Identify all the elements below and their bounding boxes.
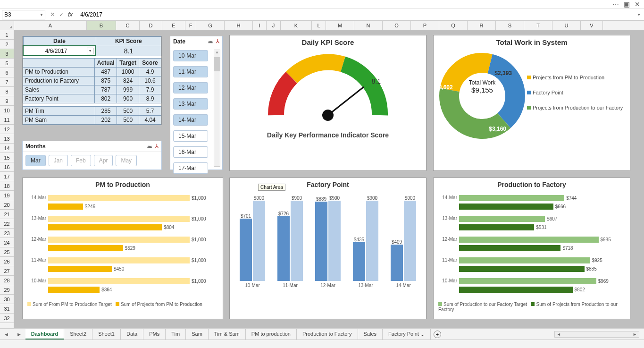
column-header[interactable]: L <box>312 21 326 30</box>
slicer-item[interactable]: Feb <box>71 155 91 166</box>
slicer-item[interactable]: Jan <box>49 155 68 166</box>
column-header[interactable]: V <box>581 21 603 30</box>
sheet-tab[interactable]: Sam <box>186 329 209 340</box>
minimize-icon[interactable]: ⋯ <box>612 0 619 8</box>
row-header[interactable]: 11 <box>0 115 14 125</box>
kpi-score-value: 8.1 <box>96 46 161 56</box>
formula-bar[interactable] <box>80 10 634 19</box>
sheet-tab[interactable]: Factory Point ... <box>383 329 431 340</box>
row-header[interactable]: 25 <box>0 247 14 257</box>
column-header[interactable]: M <box>326 21 354 30</box>
row-header[interactable]: 26 <box>0 257 14 266</box>
column-header[interactable]: B <box>87 21 116 30</box>
sheet-tab[interactable]: Sheet1 <box>92 329 121 340</box>
column-header[interactable]: N <box>354 21 383 30</box>
row-header[interactable]: 17 <box>0 172 14 181</box>
slicer-item[interactable]: 12-Mar <box>173 82 208 93</box>
column-header[interactable]: S <box>496 21 524 30</box>
tab-nav-prev-icon[interactable]: ◄ <box>0 331 13 337</box>
slicer-item[interactable]: 17-Mar <box>173 162 208 174</box>
cancel-icon[interactable]: ✕ <box>50 11 55 18</box>
column-header[interactable]: I <box>253 21 267 30</box>
row-header[interactable]: 1 <box>0 30 14 40</box>
slicer-item[interactable]: 15-Mar <box>173 130 208 142</box>
multiselect-icon[interactable]: ⅏ <box>147 143 152 150</box>
row-header[interactable]: 27 <box>0 266 14 276</box>
column-header[interactable]: P <box>411 21 439 30</box>
row-header[interactable]: 5 <box>0 59 14 68</box>
sheet-tab[interactable]: Sheet2 <box>64 329 92 340</box>
column-header[interactable]: K <box>281 21 312 30</box>
slicer-scrollbar[interactable]: ▲ <box>214 50 220 167</box>
name-box[interactable]: B3▼ <box>2 10 45 19</box>
column-header[interactable]: H <box>225 21 253 30</box>
slicer-item[interactable]: May <box>116 155 137 166</box>
row-header[interactable]: 2 <box>0 40 14 49</box>
horizontal-scrollbar[interactable]: ◄► <box>441 331 644 338</box>
sheet-tab[interactable]: PM to production <box>246 329 297 340</box>
row-header[interactable]: 14 <box>0 144 14 153</box>
enter-icon[interactable]: ✓ <box>59 11 64 18</box>
formula-expand-icon[interactable]: ▾ <box>634 12 644 17</box>
row-header[interactable]: 23 <box>0 229 14 238</box>
column-header[interactable]: U <box>552 21 581 30</box>
slicer-item[interactable]: 14-Mar <box>173 114 208 126</box>
column-header[interactable]: Q <box>439 21 468 30</box>
row-header[interactable]: 13 <box>0 134 14 144</box>
row-header[interactable]: 32 <box>0 314 14 323</box>
row-header[interactable]: 18 <box>0 181 14 191</box>
row-header[interactable]: 30 <box>0 295 14 304</box>
column-header[interactable]: O <box>383 21 411 30</box>
row-header[interactable]: 22 <box>0 219 14 229</box>
sheet-tab[interactable]: Data <box>121 329 143 340</box>
select-all-corner[interactable] <box>0 21 14 30</box>
sheet-tab[interactable]: Dashboard <box>25 329 64 340</box>
sheet-tab[interactable]: Tim & Sam <box>209 329 246 340</box>
row-header[interactable]: 20 <box>0 200 14 210</box>
sheet-tab[interactable]: Tim <box>166 329 186 340</box>
column-header[interactable]: A <box>14 21 87 30</box>
slicer-item[interactable]: 16-Mar <box>173 146 208 158</box>
row-header[interactable]: 7 <box>0 77 14 87</box>
close-icon[interactable]: ✕ <box>635 0 640 8</box>
row-header[interactable]: 24 <box>0 238 14 247</box>
row-header[interactable]: 31 <box>0 304 14 314</box>
row-header[interactable]: 3 <box>0 49 14 59</box>
row-header[interactable]: 8 <box>0 87 14 96</box>
row-header[interactable]: 15 <box>0 153 14 162</box>
tab-nav-next-icon[interactable]: ► <box>13 331 25 337</box>
row-header[interactable]: 16 <box>0 162 14 172</box>
column-header[interactable]: T <box>524 21 552 30</box>
column-header[interactable]: D <box>140 21 162 30</box>
column-header[interactable]: R <box>468 21 496 30</box>
row-header[interactable]: 19 <box>0 191 14 200</box>
column-header[interactable]: F <box>185 21 196 30</box>
sheet-tab[interactable]: Sales <box>358 329 383 340</box>
row-header[interactable]: 6 <box>0 68 14 77</box>
clear-filter-icon[interactable]: ⅄ <box>216 38 219 45</box>
slicer-item[interactable]: Mar <box>25 155 46 166</box>
column-header[interactable]: E <box>162 21 185 30</box>
fx-icon[interactable]: fx <box>68 11 73 18</box>
slicer-item[interactable]: 11-Mar <box>173 66 208 77</box>
row-header[interactable]: 29 <box>0 285 14 295</box>
slicer-item[interactable]: Apr <box>94 155 113 166</box>
column-header[interactable]: J <box>267 21 281 30</box>
row-header[interactable]: 28 <box>0 276 14 285</box>
sheet-tab[interactable]: Production to Factory <box>297 329 358 340</box>
column-header[interactable]: G <box>196 21 225 30</box>
slicer-title: Date <box>173 38 185 45</box>
row-header[interactable]: 12 <box>0 125 14 134</box>
slicer-item[interactable]: 10-Mar <box>173 50 208 61</box>
sheet-tab[interactable]: PMs <box>143 329 166 340</box>
multiselect-icon[interactable]: ⅏ <box>208 38 213 45</box>
row-header[interactable]: 10 <box>0 106 14 115</box>
date-dropdown-icon[interactable]: ▾ <box>87 48 93 54</box>
slicer-item[interactable]: 13-Mar <box>173 98 208 110</box>
restore-icon[interactable]: ▣ <box>624 0 630 8</box>
column-header[interactable]: C <box>116 21 140 30</box>
clear-filter-icon[interactable]: ⅄ <box>155 143 159 150</box>
row-header[interactable]: 21 <box>0 210 14 219</box>
add-sheet-button[interactable]: + <box>434 331 441 338</box>
row-header[interactable]: 9 <box>0 96 14 106</box>
